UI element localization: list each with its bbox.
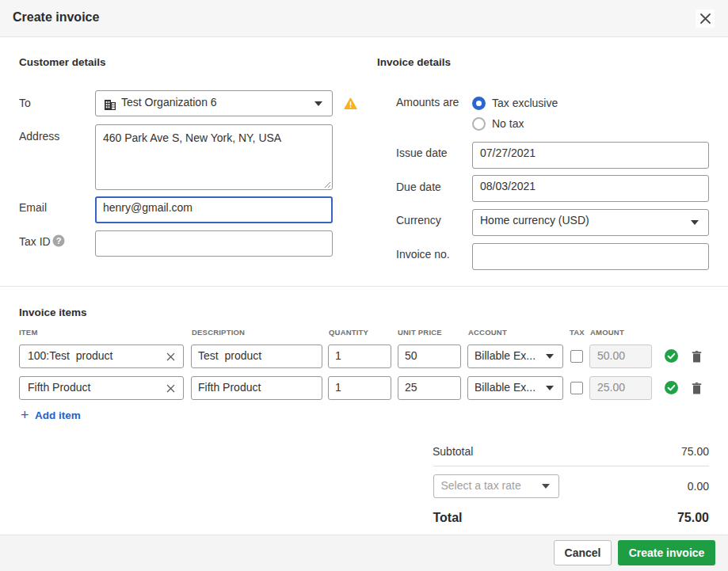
svg-text:?: ? xyxy=(56,236,62,246)
